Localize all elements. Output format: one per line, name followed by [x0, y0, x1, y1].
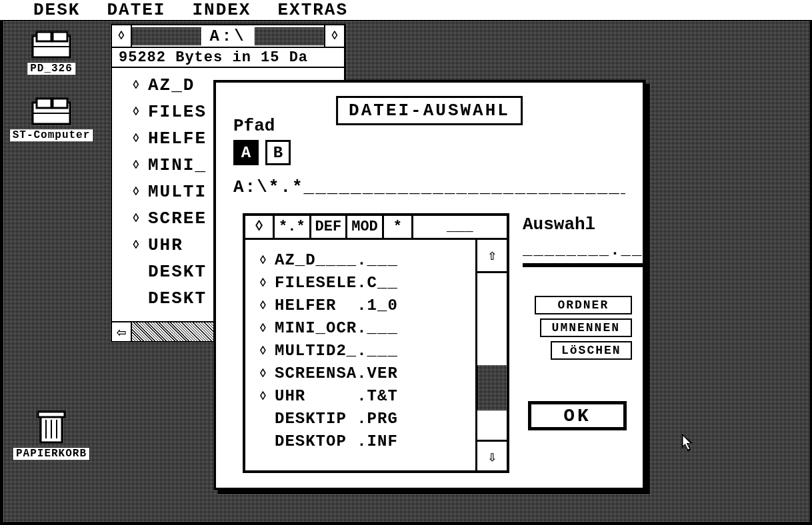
- menu-desk[interactable]: DESK: [33, 0, 80, 20]
- file-selector-dialog: DATEI-AUSWAHL Pfad A B A:\*.*___________…: [213, 80, 645, 490]
- drive-b-icon[interactable]: ST-Computer: [8, 96, 95, 141]
- list-item-label: UHR .T&T: [275, 385, 398, 408]
- list-item-label: DESKTIP .PRG: [275, 408, 398, 430]
- file-list[interactable]: ◊AZ_D____.___◊FILESELE.C__◊HELFER .1_0◊M…: [245, 240, 477, 473]
- svg-rect-6: [53, 99, 67, 108]
- svg-marker-13: [681, 433, 693, 452]
- list-item[interactable]: ◊SCREENSA.VER: [259, 362, 475, 385]
- umnennen-button[interactable]: UMNENNEN: [540, 318, 632, 337]
- folder-marker-icon: ◊: [259, 294, 268, 317]
- folder-marker-icon: ◊: [132, 99, 141, 125]
- list-item[interactable]: ◊HELFER .1_0: [259, 294, 475, 317]
- list-item[interactable]: ◊FILESELE.C__: [259, 272, 475, 294]
- filter-tab-4[interactable]: *: [384, 216, 413, 238]
- disk-drive-icon: [30, 96, 73, 128]
- list-item[interactable]: ◊MINI_OCR.___: [259, 317, 475, 340]
- list-item-label: FS: [148, 312, 171, 314]
- file-marker-icon: [132, 285, 141, 312]
- list-item[interactable]: DESKTOP .INF: [259, 430, 475, 453]
- folder-marker-icon: ◊: [132, 179, 141, 205]
- v-scroll-track[interactable]: [477, 273, 507, 440]
- folder-marker-icon: ◊: [259, 317, 268, 340]
- menu-index[interactable]: INDEX: [192, 0, 251, 20]
- folder-marker-icon: ◊: [132, 205, 141, 232]
- desktop: PD_326 ST-Computer PAPIERKORB ◊ A:\ ◊ 95…: [0, 21, 812, 525]
- folder-marker-icon: ◊: [259, 272, 268, 294]
- svg-rect-1: [37, 32, 51, 41]
- file-marker-icon: [259, 430, 268, 453]
- list-item-label: UHR: [148, 232, 183, 259]
- list-item-label: MULTI: [148, 179, 207, 205]
- list-item-label: DESKT: [148, 259, 207, 285]
- svg-rect-5: [37, 99, 51, 108]
- dialog-title: DATEI-AUSWAHL: [336, 96, 523, 125]
- filter-tab-5[interactable]: ___: [413, 216, 507, 238]
- file-marker-icon: [259, 408, 268, 430]
- trashcan-icon: [35, 409, 67, 446]
- filter-tab-1[interactable]: *.*: [275, 216, 311, 238]
- drive-button-b[interactable]: B: [265, 140, 291, 165]
- list-item-label: DESKTOP .INF: [275, 430, 398, 453]
- v-scroll-thumb[interactable]: [477, 365, 507, 410]
- list-item-label: HELFER .1_0: [275, 294, 398, 317]
- svg-rect-9: [38, 412, 65, 417]
- list-item[interactable]: ◊UHR .T&T: [259, 385, 475, 408]
- selection-field[interactable]: ________.___: [523, 241, 645, 267]
- ok-button[interactable]: OK: [528, 401, 627, 430]
- scroll-up-button[interactable]: ⇧: [477, 240, 507, 273]
- file-marker-icon: [132, 312, 141, 314]
- list-item-label: FILESELE.C__: [275, 272, 398, 294]
- filter-tab-3[interactable]: MOD: [347, 216, 384, 238]
- trash-label: PAPIERKORB: [13, 448, 89, 460]
- selection-label: Auswahl: [523, 215, 595, 235]
- list-item-label: SCREE: [148, 205, 207, 232]
- list-item-label: MINI_OCR.___: [275, 317, 398, 340]
- v-scrollbar[interactable]: ⇧ ⇩: [477, 240, 507, 473]
- ordner-button[interactable]: ORDNER: [535, 296, 632, 314]
- folder-marker-icon: ◊: [132, 72, 141, 99]
- folder-marker-icon: ◊: [132, 232, 141, 259]
- list-item[interactable]: DESKTIP .PRG: [259, 408, 475, 430]
- scroll-down-button[interactable]: ⇩: [477, 440, 507, 473]
- list-item[interactable]: ◊AZ_D____.___: [259, 249, 475, 272]
- list-item-label: SCREENSA.VER: [275, 362, 398, 385]
- list-item-label: MINI_: [148, 152, 207, 179]
- folder-marker-icon: ◊: [259, 362, 268, 385]
- window-title: A:\: [201, 27, 254, 45]
- filter-tab-2[interactable]: DEF: [311, 216, 348, 238]
- drive-a-label: PD_326: [27, 63, 75, 75]
- list-item-label: AZ_D: [148, 72, 195, 99]
- window-close-button[interactable]: ◊: [112, 25, 132, 47]
- svg-rect-2: [53, 32, 67, 41]
- menu-bar: DESK DATEI INDEX EXTRAS: [0, 0, 812, 21]
- list-item-label: AZ_D____.___: [275, 249, 398, 272]
- list-item[interactable]: ◊MULTID2_.___: [259, 340, 475, 362]
- folder-marker-icon: ◊: [132, 125, 141, 152]
- window-full-button[interactable]: ◊: [324, 25, 344, 47]
- drive-button-a[interactable]: A: [233, 140, 259, 165]
- list-item-label: DESKT: [148, 285, 207, 312]
- drive-b-label: ST-Computer: [10, 129, 93, 141]
- list-item-label: FILES: [148, 99, 207, 125]
- window-info-line: 95282 Bytes in 15 Da: [112, 48, 344, 68]
- file-marker-icon: [132, 259, 141, 285]
- folder-marker-icon: ◊: [259, 249, 268, 272]
- file-list-box: ◊ *.* DEF MOD * ___ ◊AZ_D____.___◊FILESE…: [243, 213, 509, 473]
- scroll-left-button[interactable]: ⇦: [112, 322, 132, 341]
- disk-drive-icon: [30, 29, 73, 61]
- list-item-label: MULTID2_.___: [275, 340, 398, 362]
- menu-extras[interactable]: EXTRAS: [277, 0, 348, 20]
- window-titlebar[interactable]: ◊ A:\ ◊: [112, 25, 344, 48]
- trash-icon[interactable]: PAPIERKORB: [8, 409, 95, 460]
- path-field[interactable]: A:\*.*______________________________: [233, 177, 625, 197]
- folder-marker-icon: ◊: [259, 385, 268, 408]
- folder-marker-icon: ◊: [132, 152, 141, 179]
- folder-marker-icon: ◊: [259, 340, 268, 362]
- drive-a-icon[interactable]: PD_326: [8, 29, 95, 75]
- menu-datei[interactable]: DATEI: [107, 0, 165, 20]
- svg-marker-14: [683, 436, 690, 449]
- loeschen-button[interactable]: LöSCHEN: [551, 341, 632, 360]
- list-item-label: HELFE: [148, 125, 207, 152]
- filter-tab-0[interactable]: ◊: [245, 216, 275, 238]
- mouse-cursor-icon: [681, 433, 696, 454]
